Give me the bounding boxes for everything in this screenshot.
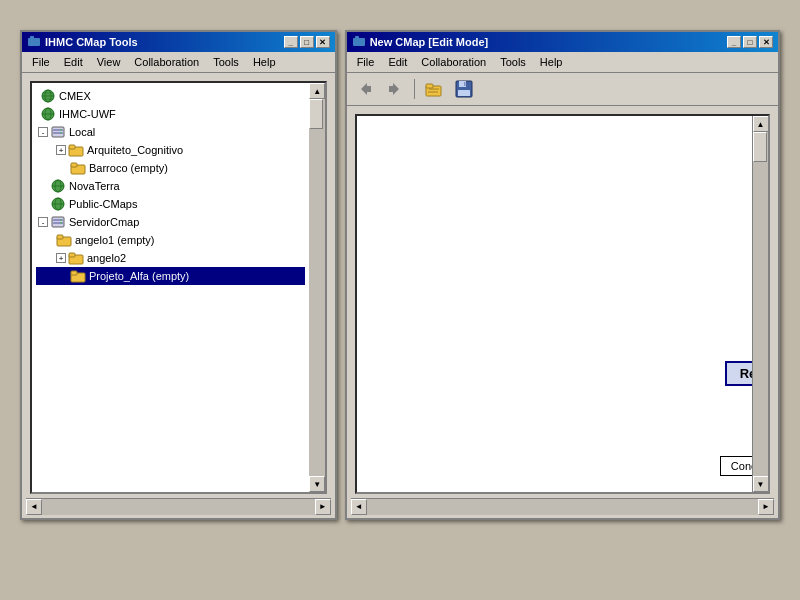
tree-label-local: Local bbox=[69, 126, 95, 138]
svg-marker-38 bbox=[361, 83, 367, 95]
folder-icon-angelo2 bbox=[68, 250, 84, 266]
globe-icon-public bbox=[50, 196, 66, 212]
left-window-icon bbox=[27, 35, 41, 49]
tree-item-public-cmaps[interactable]: Public-CMaps bbox=[36, 195, 305, 213]
right-minimize-button[interactable]: _ bbox=[727, 36, 741, 48]
svg-rect-48 bbox=[464, 82, 466, 86]
connection-lines bbox=[357, 116, 768, 492]
server-icon-local bbox=[50, 124, 66, 140]
right-titlebar-left: New CMap [Edit Mode] bbox=[352, 35, 489, 49]
right-scroll-thumb[interactable] bbox=[753, 132, 767, 162]
tree-label-servidor: ServidorCmap bbox=[69, 216, 139, 228]
tree-item-arquiteto[interactable]: + Arquiteto_Cognitivo bbox=[36, 141, 305, 159]
svg-rect-33 bbox=[69, 253, 75, 257]
right-window-title: New CMap [Edit Mode] bbox=[370, 36, 489, 48]
left-menu-file[interactable]: File bbox=[26, 54, 56, 70]
cmap-canvas[interactable]: Conceito 1 Relação Conceito 2 ▲ ▼ bbox=[355, 114, 770, 494]
globe-icon-ihmc bbox=[40, 106, 56, 122]
right-menu-help[interactable]: Help bbox=[534, 54, 569, 70]
left-scroll-left[interactable]: ◄ bbox=[26, 499, 42, 515]
svg-rect-18 bbox=[71, 163, 77, 167]
globe-icon-cmex bbox=[40, 88, 56, 104]
tree-label-projeto: Projeto_Alfa (empty) bbox=[89, 270, 189, 282]
svg-rect-39 bbox=[367, 86, 371, 92]
tree-label-ihmc: IHMC-UWF bbox=[59, 108, 116, 120]
left-menu-tools[interactable]: Tools bbox=[207, 54, 245, 70]
svg-rect-31 bbox=[57, 235, 63, 239]
svg-point-13 bbox=[60, 129, 62, 131]
tree-item-angelo1[interactable]: angelo1 (empty) bbox=[36, 231, 305, 249]
globe-icon-novaterra bbox=[50, 178, 66, 194]
right-scroll-track[interactable] bbox=[753, 132, 769, 476]
back-button[interactable] bbox=[351, 76, 379, 102]
open-button[interactable] bbox=[420, 76, 448, 102]
left-scroll-right[interactable]: ► bbox=[315, 499, 331, 515]
tree-item-barroco[interactable]: Barroco (empty) bbox=[36, 159, 305, 177]
right-maximize-button[interactable]: □ bbox=[743, 36, 757, 48]
tree-label-angelo2: angelo2 bbox=[87, 252, 126, 264]
left-menu-collaboration[interactable]: Collaboration bbox=[128, 54, 205, 70]
tree-item-cmex[interactable]: CMEX bbox=[36, 87, 305, 105]
left-hscrollbar[interactable]: ◄ ► bbox=[26, 498, 331, 514]
tree-content: CMEX IHMC-UWF bbox=[32, 83, 325, 289]
right-menu-collaboration[interactable]: Collaboration bbox=[415, 54, 492, 70]
forward-button[interactable] bbox=[381, 76, 409, 102]
svg-rect-49 bbox=[458, 90, 470, 96]
left-scroll-up[interactable]: ▲ bbox=[309, 83, 325, 99]
tree-item-angelo2[interactable]: + angelo2 bbox=[36, 249, 305, 267]
tree-item-local[interactable]: - Local bbox=[36, 123, 305, 141]
folder-icon-projeto bbox=[70, 268, 86, 284]
expand-angelo2[interactable]: + bbox=[56, 253, 66, 263]
right-close-button[interactable]: ✕ bbox=[759, 36, 773, 48]
expand-local[interactable]: - bbox=[38, 127, 48, 137]
right-scroll-right[interactable]: ► bbox=[758, 499, 774, 515]
tree-label-public: Public-CMaps bbox=[69, 198, 137, 210]
tree-label-arquiteto: Arquiteto_Cognitivo bbox=[87, 144, 183, 156]
expand-servidor[interactable]: - bbox=[38, 217, 48, 227]
right-scroll-down[interactable]: ▼ bbox=[753, 476, 769, 492]
left-vscrollbar[interactable]: ▲ ▼ bbox=[309, 83, 325, 492]
right-menu-edit[interactable]: Edit bbox=[382, 54, 413, 70]
svg-rect-35 bbox=[71, 271, 77, 275]
left-scroll-down[interactable]: ▼ bbox=[309, 476, 325, 492]
svg-rect-16 bbox=[69, 145, 75, 149]
left-menu-edit[interactable]: Edit bbox=[58, 54, 89, 70]
right-menu-file[interactable]: File bbox=[351, 54, 381, 70]
svg-rect-37 bbox=[355, 36, 359, 39]
tree-view[interactable]: CMEX IHMC-UWF bbox=[30, 81, 327, 494]
tree-item-servidor[interactable]: - ServidorCmap bbox=[36, 213, 305, 231]
right-vscrollbar[interactable]: ▲ ▼ bbox=[752, 116, 768, 492]
left-minimize-button[interactable]: _ bbox=[284, 36, 298, 48]
right-window-titlebar: New CMap [Edit Mode] _ □ ✕ bbox=[347, 32, 778, 52]
toolbar bbox=[347, 73, 778, 106]
toolbar-separator-1 bbox=[414, 79, 415, 99]
right-scroll-up[interactable]: ▲ bbox=[753, 116, 769, 132]
svg-rect-41 bbox=[389, 86, 393, 92]
server-icon-servidor bbox=[50, 214, 66, 230]
tree-item-novaterra[interactable]: NovaTerra bbox=[36, 177, 305, 195]
left-hscroll-track[interactable] bbox=[42, 499, 315, 515]
canvas-container: Conceito 1 Relação Conceito 2 ▲ ▼ bbox=[351, 110, 774, 514]
left-menu-help[interactable]: Help bbox=[247, 54, 282, 70]
left-maximize-button[interactable]: □ bbox=[300, 36, 314, 48]
tree-label-cmex: CMEX bbox=[59, 90, 91, 102]
tree-item-projeto[interactable]: Projeto_Alfa (empty) bbox=[36, 267, 305, 285]
left-window: IHMC CMap Tools _ □ ✕ File Edit View Col… bbox=[20, 30, 337, 520]
svg-point-14 bbox=[60, 132, 62, 134]
folder-icon-arquiteto bbox=[68, 142, 84, 158]
svg-rect-1 bbox=[30, 36, 34, 39]
left-scroll-thumb[interactable] bbox=[309, 99, 323, 129]
tree-label-novaterra: NovaTerra bbox=[69, 180, 120, 192]
svg-rect-0 bbox=[28, 38, 40, 46]
left-scroll-track[interactable] bbox=[309, 99, 325, 476]
right-menu-tools[interactable]: Tools bbox=[494, 54, 532, 70]
save-button[interactable] bbox=[450, 76, 478, 102]
right-hscroll-track[interactable] bbox=[367, 499, 758, 515]
svg-point-29 bbox=[60, 222, 62, 224]
expand-arquiteto[interactable]: + bbox=[56, 145, 66, 155]
left-close-button[interactable]: ✕ bbox=[316, 36, 330, 48]
tree-item-ihmc-uwf[interactable]: IHMC-UWF bbox=[36, 105, 305, 123]
left-menu-view[interactable]: View bbox=[91, 54, 127, 70]
right-hscrollbar[interactable]: ◄ ► bbox=[351, 498, 774, 514]
right-scroll-left[interactable]: ◄ bbox=[351, 499, 367, 515]
